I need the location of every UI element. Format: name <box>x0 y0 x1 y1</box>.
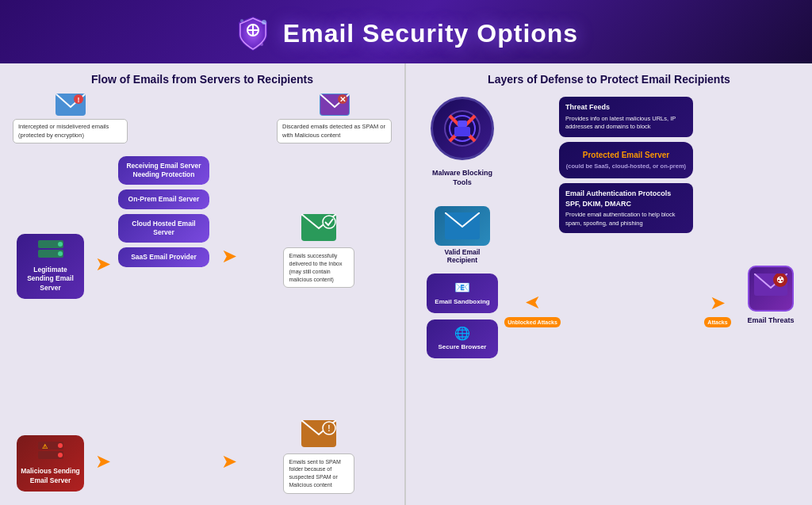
svg-point-19 <box>58 453 63 457</box>
email-threats-label: Email Threats <box>747 316 794 324</box>
onprem-server-label: On-Prem Email Server <box>123 195 205 204</box>
delivered-outcome: Emails successfully delivered to the Inb… <box>283 247 354 288</box>
svg-text:!: ! <box>327 424 330 433</box>
email-auth-box: Email Authentication Protocols SPF, DKIM… <box>559 183 693 233</box>
protected-server-label: Protected Email Server <box>565 150 687 161</box>
intercepted-email-icon: ! <box>56 94 86 116</box>
secure-browser-block: 🌐 Secure Browser <box>427 319 498 358</box>
valid-recipient-label: Valid Email Recipient <box>431 248 494 264</box>
svg-point-14 <box>58 242 63 247</box>
malware-blocking-icon <box>431 97 494 160</box>
attacks-badge: Attacks <box>704 317 730 327</box>
svg-point-22 <box>323 216 335 228</box>
threat-feeds-title: Threat Feeds <box>565 102 687 113</box>
malicious-server-block: ⚠ Malicious Sending Email Server <box>17 435 84 491</box>
arrow-mid-to-spam: ➤ <box>221 452 237 471</box>
email-threats-icon: ☢ <box>748 266 794 312</box>
left-panel-title: Flow of Emails from Servers to Recipient… <box>13 73 392 86</box>
email-threats-col: ☢ Email Threats <box>742 94 799 495</box>
email-sandboxing-label: Email Sandboxing <box>431 298 493 306</box>
right-flow: Malware Blocking Tools Valid Email Recip… <box>419 94 799 495</box>
center-col: Threat Feeds Provides info on latest mal… <box>559 94 693 495</box>
arrows-left-col: ➤ Unblocked Attacks <box>511 94 554 495</box>
svg-point-5 <box>260 43 263 46</box>
right-panel-title: Layers of Defense to Protect Email Recip… <box>419 73 799 86</box>
infographic: Email Security Options Flow of Emails fr… <box>0 0 812 505</box>
senders-column: Legitimate Sending Email Server ⚠ Malici… <box>13 150 88 505</box>
cloud-server-block: Cloud Hosted Email Server <box>118 214 209 243</box>
secure-browser-label: Secure Browser <box>431 343 493 351</box>
legitimate-server-label: Legitimate Sending Email Server <box>20 266 81 292</box>
legitimate-server-block: Legitimate Sending Email Server <box>17 234 84 298</box>
spam-outcome: Emails sent to SPAM folder because of su… <box>283 453 354 494</box>
outcomes-column: Emails successfully delivered to the Inb… <box>245 150 392 505</box>
email-auth-title: Email Authentication Protocols SPF, DKIM… <box>565 189 687 209</box>
onprem-server-block: On-Prem Email Server <box>118 189 209 209</box>
threat-feeds-box: Threat Feeds Provides info on latest mal… <box>559 97 693 137</box>
shield-icon <box>234 14 272 52</box>
left-panel: Flow of Emails from Servers to Recipient… <box>0 63 406 505</box>
middle-servers-column: Receiving Email Server Needing Protectio… <box>118 150 213 505</box>
receiving-server-label: Receiving Email Server Needing Protectio… <box>123 162 205 179</box>
svg-point-18 <box>58 443 63 448</box>
threat-feeds-desc: Provides info on latest malicious URLs, … <box>565 115 687 132</box>
infographic-body: Flow of Emails from Servers to Recipient… <box>0 63 812 505</box>
receiving-server-block: Receiving Email Server Needing Protectio… <box>118 156 209 185</box>
svg-text:⚠: ⚠ <box>42 443 48 450</box>
valid-recipient-icon <box>435 206 490 246</box>
arrow-unblocked: ➤ <box>525 293 541 312</box>
saas-server-block: SaaS Email Provider <box>118 247 209 267</box>
defense-tools-col: Malware Blocking Tools Valid Email Recip… <box>419 94 506 495</box>
svg-rect-30 <box>458 121 467 127</box>
protected-server-box: Protected Email Server (could be SaaS, c… <box>559 142 693 179</box>
svg-rect-31 <box>454 127 470 136</box>
arrow-mid-to-inbox: ➤ <box>221 247 237 266</box>
arrows-col2: ➤ ➤ <box>213 150 245 505</box>
malware-blocking-label: Malware Blocking Tools <box>427 163 498 193</box>
email-auth-desc: Provide email authentication to help blo… <box>565 211 687 228</box>
arrow-malicious-to-mid: ➤ <box>95 452 111 471</box>
saas-server-label: SaaS Email Provider <box>123 253 205 262</box>
cloud-server-label: Cloud Hosted Email Server <box>123 220 205 237</box>
svg-text:!: ! <box>77 96 79 104</box>
delivered-email-icon <box>301 214 336 244</box>
svg-point-4 <box>240 19 243 22</box>
svg-point-15 <box>58 251 63 256</box>
header: Email Security Options <box>0 0 812 63</box>
unblocked-attacks-badge: Unblocked Attacks <box>504 317 561 327</box>
note-intercepted: Intercepted or misdelivered emails (prot… <box>13 119 128 143</box>
svg-point-3 <box>262 20 266 25</box>
arrow-legit-to-mid: ➤ <box>95 254 111 274</box>
arrows-col1: ➤ ➤ <box>88 150 118 505</box>
protected-server-sublabel: (could be SaaS, cloud-hosted, or on-prem… <box>565 163 687 171</box>
spam-email-icon: ! <box>301 420 336 450</box>
malicious-server-label: Malicious Sending Email Server <box>20 467 81 484</box>
arrows-right-col: ➤ Attacks <box>698 94 737 495</box>
left-flow: Legitimate Sending Email Server ⚠ Malici… <box>13 150 392 505</box>
email-sandboxing-block: 📧 Email Sandboxing <box>427 274 498 312</box>
page-title: Email Security Options <box>283 19 578 48</box>
note-discarded: Discarded emails detected as SPAM or wit… <box>277 119 392 143</box>
svg-text:☢: ☢ <box>776 275 784 285</box>
discarded-email-icon: ✕ <box>320 94 350 116</box>
top-notes-row: ! Intercepted or misdelivered emails (pr… <box>13 94 392 143</box>
svg-text:✕: ✕ <box>339 95 346 104</box>
right-panel: Layers of Defense to Protect Email Recip… <box>406 63 812 505</box>
arrow-attacks: ➤ <box>710 293 726 312</box>
